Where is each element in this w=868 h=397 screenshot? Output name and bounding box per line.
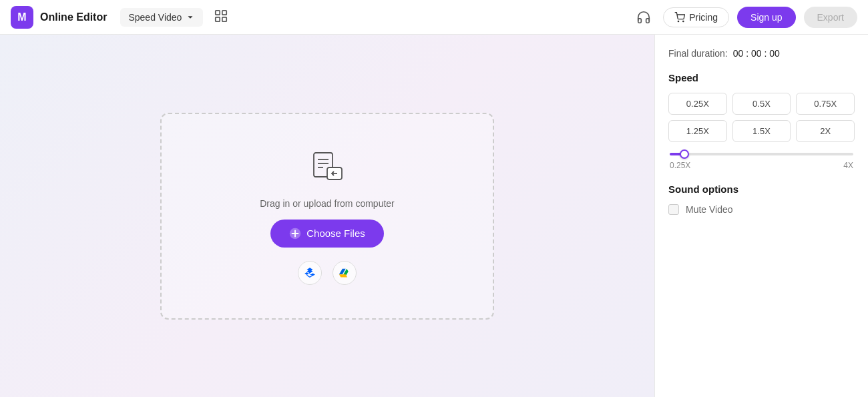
plus-icon	[289, 228, 301, 240]
speed-video-label: Speed Video	[128, 12, 182, 23]
choose-files-button[interactable]: Choose Files	[270, 220, 384, 248]
mute-video-label: Mute Video	[686, 204, 733, 215]
header: M Online Editor Speed Video	[0, 0, 868, 35]
final-duration-label: Final duration:	[668, 48, 728, 59]
dropbox-icon	[304, 267, 316, 279]
logo-icon: M	[11, 6, 33, 29]
crop-icon	[214, 9, 228, 23]
sound-options-title: Sound options	[668, 183, 855, 195]
final-duration-value: 00 : 00 : 00	[733, 48, 780, 59]
sound-section: Sound options Mute Video	[668, 183, 855, 215]
choose-files-label: Choose Files	[306, 228, 365, 239]
logo-letter: M	[17, 11, 26, 23]
duration-row: Final duration: 00 : 00 : 00	[668, 48, 855, 59]
cloud-icons	[298, 261, 357, 285]
svg-point-4	[678, 21, 679, 21]
speed-grid: 0.25X 0.5X 0.75X 1.25X 1.5X 2X	[668, 93, 855, 142]
svg-rect-1	[222, 11, 226, 15]
svg-rect-0	[216, 11, 220, 15]
upload-area: Drag in or upload from computer Choose F…	[0, 35, 654, 397]
slider-labels: 0.25X 4X	[670, 161, 853, 170]
svg-point-5	[683, 21, 684, 21]
speed-125x-button[interactable]: 1.25X	[668, 120, 727, 142]
export-button[interactable]: Export	[804, 7, 857, 28]
speed-075x-button[interactable]: 0.75X	[796, 93, 855, 115]
speed-slider-container: 0.25X 4X	[668, 153, 855, 170]
svg-rect-2	[222, 17, 226, 21]
google-drive-button[interactable]	[333, 261, 357, 285]
speed-15x-button[interactable]: 1.5X	[732, 120, 791, 142]
google-drive-icon	[339, 267, 351, 279]
dropzone[interactable]: Drag in or upload from computer Choose F…	[160, 113, 494, 320]
mute-row: Mute Video	[668, 204, 855, 215]
drop-text: Drag in or upload from computer	[260, 198, 395, 209]
speed-025x-button[interactable]: 0.25X	[668, 93, 727, 115]
logo-area: M Online Editor	[11, 6, 107, 29]
crop-tool-button[interactable]	[208, 5, 234, 29]
slider-thumb[interactable]	[680, 149, 689, 159]
slider-min-label: 0.25X	[670, 161, 690, 170]
pricing-button[interactable]: Pricing	[663, 7, 729, 27]
export-label: Export	[817, 12, 844, 23]
signup-label: Sign up	[750, 12, 782, 23]
headphone-icon	[636, 10, 651, 25]
svg-rect-3	[216, 17, 220, 21]
right-panel: Final duration: 00 : 00 : 00 Speed 0.25X…	[654, 35, 868, 397]
speed-section-title: Speed	[668, 72, 855, 83]
speed-video-tool[interactable]: Speed Video	[120, 8, 203, 27]
pricing-label: Pricing	[689, 12, 718, 23]
support-button[interactable]	[632, 6, 655, 29]
cart-icon	[674, 12, 685, 23]
signup-button[interactable]: Sign up	[737, 7, 795, 28]
mute-video-checkbox[interactable]	[668, 204, 679, 215]
file-import-icon	[307, 147, 347, 187]
dropbox-button[interactable]	[298, 261, 322, 285]
header-right: Pricing Sign up Export	[632, 6, 857, 29]
main-content: Drag in or upload from computer Choose F…	[0, 35, 868, 397]
speed-05x-button[interactable]: 0.5X	[732, 93, 791, 115]
chevron-down-icon	[186, 13, 195, 22]
app-title: Online Editor	[40, 11, 107, 23]
slider-track	[670, 153, 853, 155]
speed-2x-button[interactable]: 2X	[796, 120, 855, 142]
slider-max-label: 4X	[843, 161, 853, 170]
